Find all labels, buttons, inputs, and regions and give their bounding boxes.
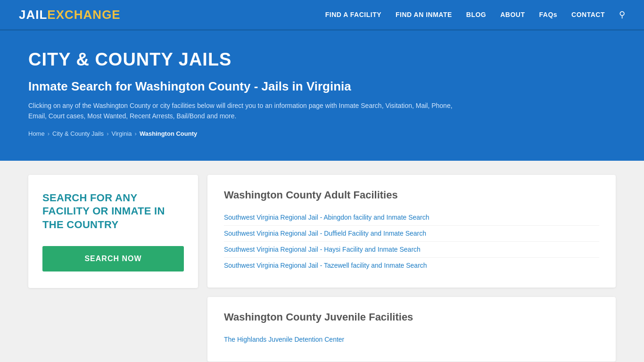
hero-description: Clicking on any of the Washington County… [28, 100, 453, 122]
nav-blog[interactable]: BLOG [466, 11, 486, 18]
breadcrumb-city-county-jails[interactable]: City & County Jails [52, 130, 104, 137]
nav-contact[interactable]: CONTACT [571, 11, 605, 18]
nav-faqs[interactable]: FAQs [539, 11, 558, 18]
search-card-title: SEARCH FOR ANY FACILITY OR INMATE IN THE… [42, 191, 184, 232]
breadcrumb-virginia[interactable]: Virginia [111, 130, 132, 137]
adult-facilities-title: Washington County Adult Facilities [224, 189, 599, 201]
juvenile-facilities-card: Washington County Juvenile Facilities Th… [207, 297, 616, 362]
hero-section: CITY & COUNTY JAILS Inmate Search for Wa… [0, 31, 644, 161]
page-title: CITY & COUNTY JAILS [28, 49, 616, 70]
facilities-column: Washington County Adult Facilities South… [207, 175, 616, 362]
adult-facilities-links: Southwest Virginia Regional Jail - Abing… [224, 210, 599, 273]
breadcrumb-washington-county: Washington County [140, 130, 197, 137]
search-icon[interactable]: ⚲ [619, 9, 625, 20]
search-card: SEARCH FOR ANY FACILITY OR INMATE IN THE… [28, 175, 198, 288]
adult-facilities-card: Washington County Adult Facilities South… [207, 175, 616, 288]
facility-link[interactable]: Southwest Virginia Regional Jail - Haysi… [224, 241, 599, 257]
breadcrumb-sep-2: › [107, 130, 108, 137]
breadcrumb-sep-1: › [48, 130, 50, 137]
hero-subtitle: Inmate Search for Washington County - Ja… [28, 79, 616, 94]
nav-find-inmate[interactable]: FIND AN INMATE [396, 11, 452, 18]
search-now-button[interactable]: SEARCH NOW [42, 246, 184, 272]
juvenile-facilities-links: The Highlands Juvenile Detention Center [224, 332, 599, 347]
breadcrumb-sep-3: › [135, 130, 137, 137]
header: JAIL EXCHANGE FIND A FACILITY FIND AN IN… [0, 0, 644, 31]
facility-link[interactable]: The Highlands Juvenile Detention Center [224, 332, 599, 347]
facility-link[interactable]: Southwest Virginia Regional Jail - Tazew… [224, 257, 599, 273]
nav-find-facility[interactable]: FIND A FACILITY [325, 11, 381, 18]
breadcrumb-home[interactable]: Home [28, 130, 45, 137]
main-content: SEARCH FOR ANY FACILITY OR INMATE IN THE… [0, 161, 644, 362]
logo-jail: JAIL [19, 8, 47, 22]
main-nav: FIND A FACILITY FIND AN INMATE BLOG ABOU… [325, 9, 625, 20]
breadcrumb: Home › City & County Jails › Virginia › … [28, 130, 616, 137]
logo-exchange: EXCHANGE [47, 8, 120, 22]
logo[interactable]: JAIL EXCHANGE [19, 8, 121, 22]
nav-about[interactable]: ABOUT [500, 11, 525, 18]
facility-link[interactable]: Southwest Virginia Regional Jail - Duffi… [224, 225, 599, 241]
facility-link[interactable]: Southwest Virginia Regional Jail - Abing… [224, 210, 599, 225]
juvenile-facilities-title: Washington County Juvenile Facilities [224, 311, 599, 323]
